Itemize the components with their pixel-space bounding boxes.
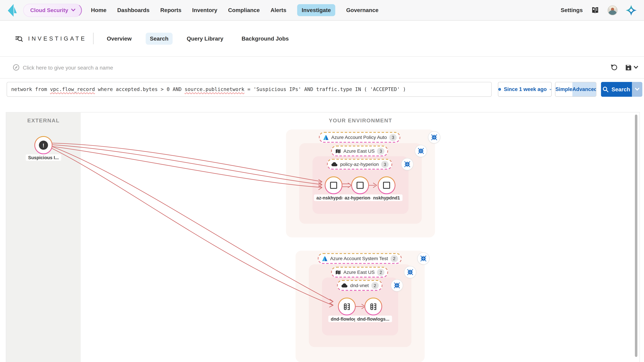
nav-item-home[interactable]: Home <box>91 7 106 13</box>
search-split-button: Search <box>601 82 642 97</box>
node-vm[interactable] <box>351 176 369 194</box>
query-segment: = 'Suspicious IPs' AND traffic.type IN (… <box>244 86 406 92</box>
node-vm[interactable] <box>378 176 396 194</box>
chevron-down-icon <box>550 88 551 91</box>
node-vm[interactable] <box>325 176 342 194</box>
group-pill-region-1[interactable]: Azure East US 3 <box>331 146 388 156</box>
region-icon <box>335 270 341 275</box>
collapse-group-button[interactable] <box>404 266 416 278</box>
group-pill-region-2[interactable]: Azure East US 2 <box>331 267 388 278</box>
count-badge: 2 <box>377 269 384 276</box>
edit-pencil-icon <box>13 64 20 71</box>
vm-icon <box>356 182 364 189</box>
search-options-button[interactable] <box>632 82 642 97</box>
node-flowlog[interactable] <box>364 298 382 316</box>
search-name-input[interactable]: Click here to give your search a name <box>13 64 610 71</box>
count-badge: 3 <box>389 134 397 141</box>
mode-simple-button[interactable]: Simple <box>556 82 572 96</box>
time-range-label: Since 1 week ago <box>504 86 547 92</box>
nav-item-reports[interactable]: Reports <box>160 7 182 13</box>
tab-query-library[interactable]: Query Library <box>183 32 228 44</box>
undo-button[interactable] <box>610 64 618 71</box>
topology-graph: EXTERNAL YOUR ENVIRONMENT <box>6 112 640 362</box>
azure-icon <box>323 135 329 140</box>
count-badge: 2 <box>390 255 398 262</box>
collapse-icon <box>393 282 400 289</box>
region-icon <box>335 148 341 154</box>
group-label: Azure East US <box>344 270 375 275</box>
flowlog-icon <box>370 303 377 310</box>
group-label: Azure East US <box>344 148 375 153</box>
flowlog-icon <box>343 303 350 310</box>
collapse-icon <box>406 269 414 276</box>
nav-right: Settings <box>561 5 636 15</box>
collapse-group-button[interactable] <box>415 145 427 157</box>
nav-item-investigate[interactable]: Investigate <box>297 4 336 16</box>
node-flowlog[interactable] <box>338 298 356 316</box>
mode-advanced-button[interactable]: Advanced <box>572 82 596 96</box>
group-pill-account-2[interactable]: Azure Account System Test 2 <box>318 253 402 264</box>
avatar[interactable] <box>608 5 618 15</box>
brand-star-icon[interactable] <box>626 5 636 15</box>
group-label: Azure Account Policy Auto <box>331 135 387 140</box>
group-label: policy-az-hyperion <box>340 162 379 167</box>
nav-item-alerts[interactable]: Alerts <box>270 7 286 13</box>
divider <box>93 33 94 44</box>
query-row: network from vpc.flow_record where accep… <box>0 79 644 100</box>
azure-icon <box>322 256 328 261</box>
node-suspicious-ips[interactable]: ! <box>34 136 53 154</box>
group-pill-vnet-1[interactable]: policy-az-hyperion 3 <box>327 159 392 170</box>
page-tabs: Overview Search Query Library Background… <box>103 32 293 44</box>
node-label: nskhypdnd1 <box>371 194 402 201</box>
nav-item-inventory[interactable]: Inventory <box>192 7 217 13</box>
product-switcher[interactable]: Cloud Security <box>23 3 82 17</box>
nav-item-governance[interactable]: Governance <box>346 7 378 13</box>
group-label: dnd-vnet <box>350 283 368 288</box>
vertical-scrollbar[interactable] <box>635 115 638 357</box>
collapse-group-button[interactable] <box>428 131 440 143</box>
chevron-down-icon <box>634 66 638 69</box>
vm-icon <box>330 182 337 189</box>
investigate-icon <box>15 35 23 42</box>
collapse-group-button[interactable] <box>391 279 403 292</box>
cloud-icon <box>331 162 338 167</box>
product-switcher-label: Cloud Security <box>30 7 68 13</box>
tab-search[interactable]: Search <box>146 32 172 44</box>
search-button-label: Search <box>612 86 630 92</box>
nav-left: Cloud Security Home Dashboards Reports I… <box>0 3 378 17</box>
page-header: INVESTIGATE Overview Search Query Librar… <box>0 21 644 57</box>
search-button[interactable]: Search <box>601 82 632 97</box>
group-pill-account-1[interactable]: Azure Account Policy Auto 3 <box>319 132 400 143</box>
query-segment-spellcheck: source.publicnetwork <box>185 86 244 92</box>
save-button[interactable] <box>625 64 638 71</box>
tab-background-jobs[interactable]: Background Jobs <box>238 32 293 44</box>
query-segment: where accepted.bytes > 0 AND <box>95 86 185 92</box>
column-header-external: EXTERNAL <box>27 117 60 124</box>
query-input[interactable]: network from vpc.flow_record where accep… <box>6 82 492 97</box>
page-title: INVESTIGATE <box>28 35 86 42</box>
search-name-row: Click here to give your search a name <box>0 57 644 79</box>
query-mode-toggle: Simple Advanced <box>555 82 596 97</box>
query-segment-spellcheck: vpc.flow_record <box>50 86 95 92</box>
count-badge: 3 <box>381 161 388 168</box>
cloud-icon <box>341 283 348 288</box>
collapse-icon <box>420 255 427 262</box>
column-header-environment: YOUR ENVIRONMENT <box>329 117 392 124</box>
time-range-selector[interactable]: Since 1 week ago <box>498 82 552 97</box>
product-logo-icon[interactable] <box>8 3 17 17</box>
collapse-group-button[interactable] <box>401 158 414 170</box>
nav-item-settings[interactable]: Settings <box>561 7 582 13</box>
node-label: dnd-flowlogs... <box>355 316 392 322</box>
collapse-group-button[interactable] <box>417 252 430 265</box>
group-pill-vnet-2[interactable]: dnd-vnet 2 <box>337 280 382 291</box>
tab-overview[interactable]: Overview <box>103 32 136 44</box>
count-badge: 2 <box>371 282 378 289</box>
search-name-actions <box>610 64 638 71</box>
search-name-placeholder: Click here to give your search a name <box>23 64 113 70</box>
docs-book-icon[interactable] <box>591 6 599 14</box>
collapse-icon <box>417 147 425 155</box>
vm-icon <box>383 182 390 189</box>
node-label: Suspicious I... <box>26 154 61 161</box>
nav-item-compliance[interactable]: Compliance <box>228 7 260 13</box>
nav-item-dashboards[interactable]: Dashboards <box>117 7 150 13</box>
